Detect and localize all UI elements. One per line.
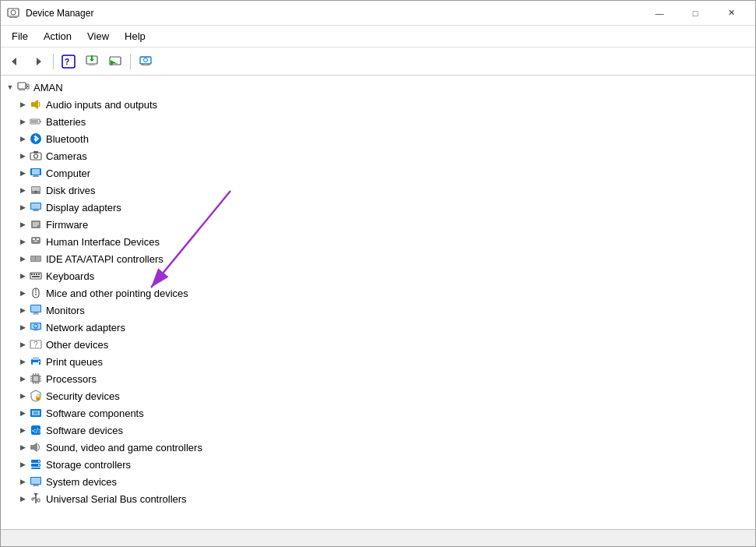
back-button[interactable] [4,51,26,72]
expand-softdev[interactable]: ▶ [16,424,29,436]
network-icon [29,321,43,333]
tree-item-softdev[interactable]: ▶ </> Software devices [1,422,755,439]
svg-point-106 [38,461,40,462]
svg-rect-77 [33,357,39,360]
print-icon [29,355,43,368]
root-label: AMAN [33,82,63,94]
other-icon: ? [29,338,43,351]
expand-monitors[interactable]: ▶ [16,304,29,316]
audio-label: Audio inputs and outputs [46,99,157,111]
expand-usb[interactable]: ▶ [16,492,29,505]
print-label: Print queues [46,356,103,368]
disk-label: Disk drives [46,185,96,196]
expand-processors[interactable]: ▶ [16,372,29,385]
tree-item-network[interactable]: ▶ Network adapters [1,319,755,336]
tree-item-computer[interactable]: ▶ Computer [1,164,755,182]
svg-rect-26 [31,102,34,107]
properties-button[interactable]: ? [58,51,79,72]
expand-bluetooth[interactable]: ▶ [16,132,29,145]
tree-item-cameras[interactable]: ▶ Cameras [1,147,755,164]
tree-item-bluetooth[interactable]: ▶ Bluetooth [1,130,755,147]
menu-file[interactable]: File [4,26,36,48]
enable-button[interactable]: ▶ [104,51,126,72]
title-bar: Device Manager — □ ✕ [1,1,755,26]
softdev-label: Software devices [46,425,123,436]
tree-item-storage[interactable]: ▶ Storage controllers [1,456,755,473]
expand-storage[interactable]: ▶ [16,458,29,471]
svg-rect-23 [19,90,25,90]
expand-hid[interactable]: ▶ [16,235,29,248]
tree-item-mice[interactable]: ▶ Mice and other pointing devices [1,284,755,302]
close-button[interactable]: ✕ [713,1,749,26]
update-driver-button[interactable] [81,51,103,72]
tree-item-print[interactable]: ▶ Print queues [1,353,755,370]
expand-other[interactable]: ▶ [16,338,29,351]
expand-sysdev[interactable]: ▶ [16,475,29,488]
tree-item-other[interactable]: ▶ ? Other devices [1,336,755,353]
tree-item-keyboards[interactable]: ▶ Keyboards [1,267,755,284]
tree-item-audio[interactable]: ▶ Audio inputs and outputs [1,96,755,113]
svg-point-18 [144,58,148,62]
content-area[interactable]: ▼ AMAN ▶ Audio inputs and outputs ▶ Batt… [1,76,755,529]
expand-audio[interactable]: ▶ [16,98,29,111]
window-title: Device Manager [26,8,642,19]
expand-computer[interactable]: ▶ [16,167,29,179]
expand-print[interactable]: ▶ [16,355,29,368]
svg-text:?: ? [65,58,69,66]
keyboards-label: Keyboards [46,270,94,282]
menu-view[interactable]: View [79,26,117,48]
svg-rect-117 [37,499,40,502]
maximize-button[interactable]: □ [677,1,713,26]
show-all-devices-button[interactable] [135,51,156,72]
tree-item-processors[interactable]: ▶ Processors [1,370,755,387]
svg-marker-11 [90,59,94,62]
tree-item-sound[interactable]: ▶ Sound, video and game controllers [1,439,755,456]
menu-action[interactable]: Action [36,26,79,48]
svg-rect-101 [30,445,33,450]
minimize-button[interactable]: — [642,1,677,26]
network-label: Network adapters [46,322,125,333]
svg-rect-59 [33,274,35,275]
tree-item-usb[interactable]: ▶ Universal Serial Bus controllers [1,490,755,507]
processors-label: Processors [46,373,97,385]
tree-item-ide[interactable]: ▶ IDE ATA/ATAPI controllers [1,250,755,267]
tree-item-hid[interactable]: ▶ Human Interface Devices [1,233,755,250]
svg-text:</>: </> [32,427,42,435]
expand-network[interactable]: ▶ [16,321,29,333]
expand-disk[interactable]: ▶ [16,184,29,196]
svg-text:▶: ▶ [111,58,116,66]
expand-cameras[interactable]: ▶ [16,150,29,162]
tree-item-batteries[interactable]: ▶ Batteries [1,113,755,130]
tree-item-monitors[interactable]: ▶ Monitors [1,302,755,319]
svg-rect-40 [32,187,40,191]
svg-point-107 [38,464,40,466]
svg-marker-4 [12,58,16,65]
sound-icon [29,441,43,453]
expand-display[interactable]: ▶ [16,201,29,214]
tree-item-sysdev[interactable]: ▶ System devices [1,473,755,490]
expand-softcomp[interactable]: ▶ [16,407,29,419]
expand-firmware[interactable]: ▶ [16,218,29,231]
tree-root[interactable]: ▼ AMAN [1,79,755,96]
tree-item-display[interactable]: ▶ Display adapters [1,199,755,216]
expand-sound[interactable]: ▶ [16,441,29,453]
expand-ide[interactable]: ▶ [16,252,29,265]
expand-batteries[interactable]: ▶ [16,115,29,128]
menu-help[interactable]: Help [117,26,153,48]
tree-item-security[interactable]: ▶ 🔒 Security devices [1,387,755,404]
tree-items-container: ▶ Audio inputs and outputs ▶ Batteries ▶… [1,96,755,507]
device-manager-window: Device Manager — □ ✕ File Action View He… [0,0,756,547]
tree-item-softcomp[interactable]: ▶ Software components [1,404,755,422]
expand-mice[interactable]: ▶ [16,287,29,299]
tree-item-firmware[interactable]: ▶ Firmware [1,216,755,233]
tree-item-disk[interactable]: ▶ Disk drives [1,182,755,199]
expand-root[interactable]: ▼ [4,81,16,94]
ide-icon [29,252,43,265]
mice-icon [29,287,43,299]
svg-rect-50 [31,237,40,244]
svg-rect-25 [27,86,28,87]
expand-security[interactable]: ▶ [16,390,29,402]
expand-keyboards[interactable]: ▶ [16,270,29,282]
display-label: Display adapters [46,202,121,214]
forward-button[interactable] [27,51,49,72]
